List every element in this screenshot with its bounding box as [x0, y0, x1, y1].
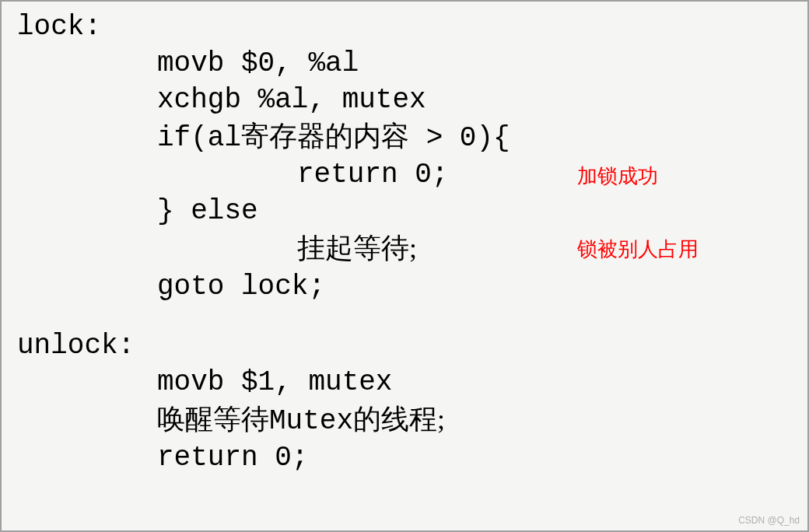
code-line-7: goto lock;	[17, 269, 325, 306]
lock-label: lock:	[17, 9, 792, 46]
code-line-6: 挂起等待;	[17, 230, 417, 267]
annotation-success: 加锁成功	[577, 163, 658, 190]
code-line-5: } else	[17, 194, 258, 230]
code-line-1: movb $0, %al	[17, 46, 359, 82]
code-line-9: 唤醒等待Mutex的线程;	[17, 401, 445, 440]
code-line-4: return 0;	[17, 157, 448, 194]
code-block: lock: movb $0, %al xchgb %al, mutex if(a…	[17, 9, 792, 477]
code-line-10: return 0;	[17, 440, 308, 477]
annotation-occupied: 锁被别人占用	[577, 236, 699, 263]
code-line-2: xchgb %al, mutex	[17, 82, 426, 119]
unlock-label: unlock:	[17, 328, 792, 365]
code-line-3: if(al寄存器的内容 > 0){	[17, 118, 510, 157]
code-line-8: movb $1, mutex	[17, 365, 392, 401]
watermark: CSDN @Q_hd	[738, 515, 800, 526]
